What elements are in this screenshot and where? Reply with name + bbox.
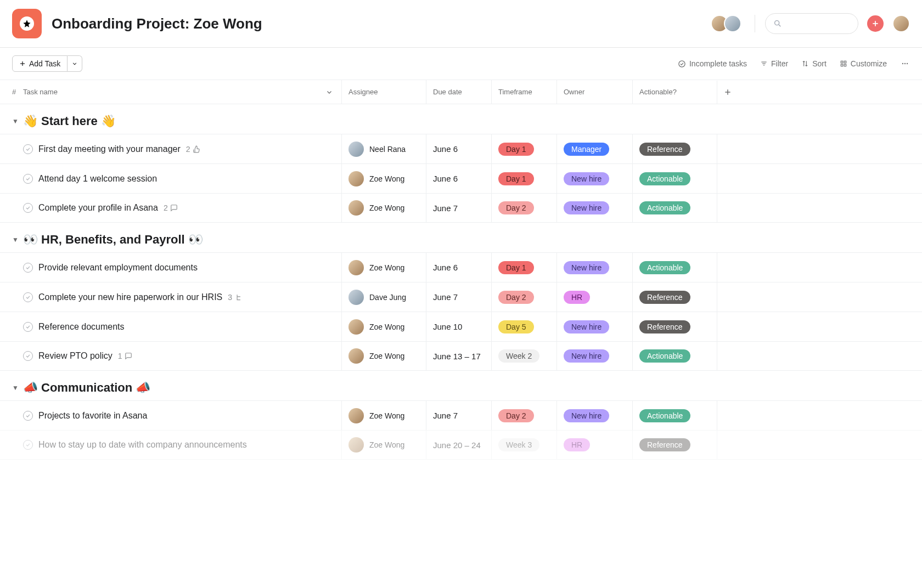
add-column-button[interactable] — [717, 81, 922, 104]
due-date-cell[interactable]: June 20 – 24 — [426, 431, 491, 459]
owner-cell[interactable]: New hire — [556, 401, 632, 430]
search-input[interactable] — [765, 13, 858, 34]
task-cell[interactable]: Complete your profile in Asana2 — [23, 194, 341, 222]
col-header-owner[interactable]: Owner — [556, 80, 632, 104]
owner-pill: New hire — [564, 261, 609, 274]
customize-button[interactable]: Customize — [840, 59, 887, 68]
avatar[interactable] — [724, 15, 741, 32]
table-row[interactable]: Reference documentsZoe WongJune 10Day 5N… — [0, 312, 922, 341]
actionable-cell[interactable]: Actionable — [632, 164, 717, 193]
timeframe-cell[interactable]: Day 1 — [491, 134, 556, 163]
due-date-cell[interactable]: June 6 — [426, 164, 491, 193]
table-row[interactable]: Complete your profile in Asana2 Zoe Wong… — [0, 193, 922, 223]
col-header-actionable[interactable]: Actionable? — [632, 80, 717, 104]
user-avatar[interactable] — [892, 15, 910, 32]
due-date-cell[interactable]: June 13 – 17 — [426, 342, 491, 370]
due-date-cell[interactable]: June 6 — [426, 134, 491, 163]
table-row[interactable]: Complete your new hire paperwork in our … — [0, 282, 922, 312]
complete-checkbox[interactable] — [23, 322, 33, 332]
table-row[interactable]: How to stay up to date with company anno… — [0, 430, 922, 460]
complete-checkbox[interactable] — [23, 263, 33, 273]
due-date-cell[interactable]: June 7 — [426, 401, 491, 430]
owner-cell[interactable]: New hire — [556, 194, 632, 222]
assignee-cell[interactable]: Zoe Wong — [341, 401, 426, 430]
actionable-cell[interactable]: Actionable — [632, 401, 717, 430]
complete-checkbox[interactable] — [23, 174, 33, 184]
filter-button[interactable]: Filter — [760, 59, 788, 68]
assignee-cell[interactable]: Neel Rana — [341, 134, 426, 163]
sort-button[interactable]: Sort — [801, 59, 827, 68]
actionable-cell[interactable]: Reference — [632, 282, 717, 312]
actionable-cell[interactable]: Actionable — [632, 342, 717, 370]
assignee-cell[interactable]: Zoe Wong — [341, 342, 426, 370]
task-cell[interactable]: How to stay up to date with company anno… — [23, 431, 341, 459]
timeframe-cell[interactable]: Day 5 — [491, 312, 556, 341]
owner-cell[interactable]: HR — [556, 431, 632, 459]
caret-down-icon[interactable]: ▼ — [12, 384, 19, 392]
owner-cell[interactable]: Manager — [556, 134, 632, 163]
task-cell[interactable]: Provide relevant employment documents — [23, 253, 341, 282]
incomplete-tasks-filter[interactable]: Incomplete tasks — [678, 59, 747, 68]
col-header-assignee[interactable]: Assignee — [341, 80, 426, 104]
chevron-down-icon — [326, 89, 333, 95]
owner-cell[interactable]: New hire — [556, 312, 632, 341]
owner-cell[interactable]: New hire — [556, 342, 632, 370]
more-options-button[interactable] — [900, 60, 910, 67]
complete-checkbox[interactable] — [23, 203, 33, 213]
assignee-cell[interactable]: Zoe Wong — [341, 312, 426, 341]
actionable-cell[interactable]: Reference — [632, 312, 717, 341]
col-header-due[interactable]: Due date — [426, 80, 491, 104]
actionable-cell[interactable]: Reference — [632, 134, 717, 163]
table-row[interactable]: Projects to favorite in AsanaZoe WongJun… — [0, 400, 922, 430]
task-cell[interactable]: Complete your new hire paperwork in our … — [23, 282, 341, 312]
timeframe-cell[interactable]: Day 1 — [491, 253, 556, 282]
complete-checkbox[interactable] — [23, 144, 33, 154]
task-cell[interactable]: Reference documents — [23, 312, 341, 341]
caret-down-icon[interactable]: ▼ — [12, 117, 19, 125]
task-cell[interactable]: First day meeting with your manager2 — [23, 134, 341, 163]
timeframe-cell[interactable]: Day 1 — [491, 164, 556, 193]
task-cell[interactable]: Attend day 1 welcome session — [23, 164, 341, 193]
section-header[interactable]: ▼👋 Start here 👋 — [0, 104, 922, 134]
owner-cell[interactable]: New hire — [556, 164, 632, 193]
timeframe-cell[interactable]: Day 2 — [491, 282, 556, 312]
task-cell[interactable]: Projects to favorite in Asana — [23, 401, 341, 430]
table-row[interactable]: First day meeting with your manager2 Nee… — [0, 134, 922, 163]
assignee-cell[interactable]: Zoe Wong — [341, 194, 426, 222]
timeframe-cell[interactable]: Day 2 — [491, 194, 556, 222]
table-row[interactable]: Attend day 1 welcome sessionZoe WongJune… — [0, 163, 922, 193]
caret-down-icon[interactable]: ▼ — [12, 236, 19, 244]
actionable-cell[interactable]: Actionable — [632, 194, 717, 222]
global-add-button[interactable] — [867, 15, 884, 32]
timeframe-cell[interactable]: Week 3 — [491, 431, 556, 459]
complete-checkbox[interactable] — [23, 411, 33, 421]
sort-label: Sort — [812, 59, 827, 68]
owner-cell[interactable]: HR — [556, 282, 632, 312]
actionable-cell[interactable]: Actionable — [632, 253, 717, 282]
task-cell[interactable]: Review PTO policy1 — [23, 342, 341, 370]
due-date-cell[interactable]: June 7 — [426, 282, 491, 312]
actionable-cell[interactable]: Reference — [632, 431, 717, 459]
section-header[interactable]: ▼👀 HR, Benefits, and Payroll 👀 — [0, 223, 922, 252]
timeframe-cell[interactable]: Day 2 — [491, 401, 556, 430]
add-task-button[interactable]: Add Task — [12, 55, 68, 72]
add-task-dropdown[interactable] — [68, 55, 82, 72]
complete-checkbox[interactable] — [23, 440, 33, 450]
due-date-cell[interactable]: June 7 — [426, 194, 491, 222]
complete-checkbox[interactable] — [23, 292, 33, 302]
assignee-cell[interactable]: Dave Jung — [341, 282, 426, 312]
assignee-cell[interactable]: Zoe Wong — [341, 431, 426, 459]
section-header[interactable]: ▼📣 Communication 📣 — [0, 371, 922, 400]
member-avatars[interactable] — [711, 15, 741, 32]
complete-checkbox[interactable] — [23, 351, 33, 361]
assignee-cell[interactable]: Zoe Wong — [341, 253, 426, 282]
col-header-task[interactable]: Task name — [23, 80, 341, 104]
table-row[interactable]: Provide relevant employment documentsZoe… — [0, 252, 922, 282]
table-row[interactable]: Review PTO policy1 Zoe WongJune 13 – 17W… — [0, 341, 922, 371]
due-date-cell[interactable]: June 10 — [426, 312, 491, 341]
timeframe-cell[interactable]: Week 2 — [491, 342, 556, 370]
assignee-cell[interactable]: Zoe Wong — [341, 164, 426, 193]
owner-cell[interactable]: New hire — [556, 253, 632, 282]
col-header-timeframe[interactable]: Timeframe — [491, 80, 556, 104]
due-date-cell[interactable]: June 6 — [426, 253, 491, 282]
